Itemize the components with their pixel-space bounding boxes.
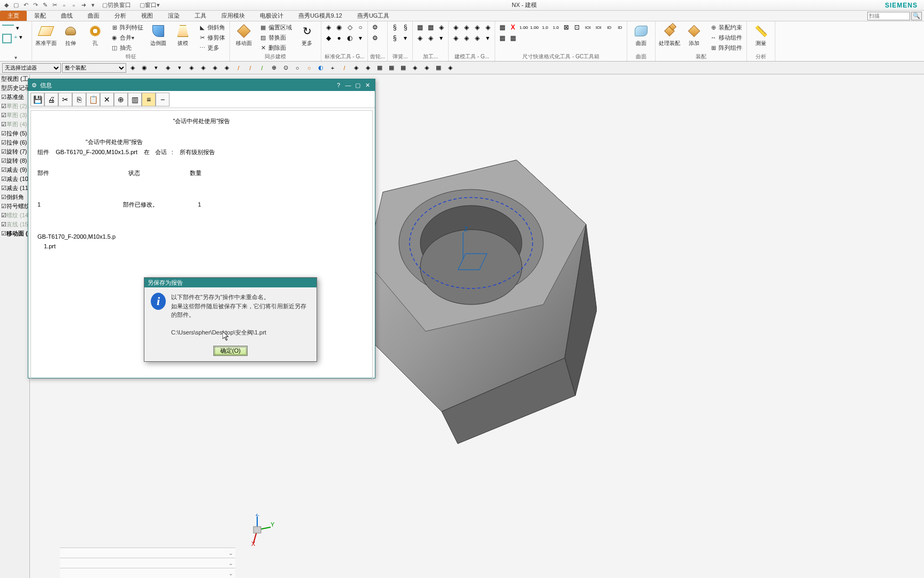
- filter-icon-10[interactable]: /: [233, 63, 244, 73]
- new-icon[interactable]: ▢: [12, 1, 20, 10]
- save-icon[interactable]: ✎: [41, 1, 49, 10]
- dim-icon-10[interactable]: IOI: [594, 22, 603, 32]
- mod-icon-7[interactable]: ◈: [472, 33, 482, 43]
- pattern-feature-button[interactable]: ⊞阵列特征: [108, 22, 145, 32]
- filter-icon-22[interactable]: ▦: [374, 63, 385, 73]
- spring-icon-2[interactable]: §: [401, 22, 410, 32]
- tab-analysis[interactable]: 分析: [107, 11, 134, 21]
- more-icon[interactable]: ▾: [89, 1, 97, 10]
- tab-curve[interactable]: 曲线: [53, 11, 80, 21]
- feature-tree-sidebar[interactable]: 型视图 (工作 型历史记录 ☑ 基准坐 ☑ 草图 (2) ☑ 草图 (3) ☑ …: [0, 74, 30, 578]
- mod-icon-8[interactable]: ▾: [483, 33, 492, 43]
- tree-item[interactable]: ☑ 拉伸 (5): [0, 129, 29, 138]
- scope-dropdown[interactable]: 整个装配: [62, 63, 126, 73]
- tree-item[interactable]: ☑ 螺纹 (14): [0, 211, 29, 220]
- tab-tools[interactable]: 工具: [187, 11, 214, 21]
- filter-icon-5[interactable]: ▾: [174, 63, 185, 73]
- filter-icon[interactable]: ▥: [128, 93, 142, 107]
- tree-item[interactable]: ☑ 减去 (11): [0, 184, 29, 193]
- std-icon-5[interactable]: ◆: [324, 33, 333, 43]
- mfg-icon-6[interactable]: ▾: [436, 33, 446, 43]
- filter-icon-17[interactable]: ◐: [315, 63, 326, 73]
- search-button[interactable]: 🔍: [911, 12, 922, 20]
- tree-item[interactable]: ☑ 草图 (3): [0, 111, 29, 120]
- mod-icon-3[interactable]: ◈: [472, 22, 482, 32]
- tree-item[interactable]: ☑ 倒斜角: [0, 193, 29, 202]
- chamfer-button[interactable]: ◣倒斜角: [196, 22, 227, 32]
- bottom-panel-1[interactable]: ⌄: [60, 547, 235, 558]
- window-button[interactable]: ▢ 窗口 ▾: [136, 1, 164, 10]
- sync-more-button[interactable]: ↻ 更多: [295, 22, 319, 47]
- filter-icon-1[interactable]: ◈: [127, 63, 138, 73]
- wrap-icon[interactable]: ≡: [142, 93, 156, 107]
- cut-icon[interactable]: ✂: [58, 93, 72, 107]
- dim-icon-12[interactable]: ID: [615, 22, 625, 32]
- tree-history[interactable]: 型历史记录: [0, 83, 29, 93]
- tab-surface[interactable]: 曲面: [80, 11, 107, 21]
- maximize-icon[interactable]: ▢: [353, 81, 362, 89]
- tree-item[interactable]: ☑ 减去 (9): [0, 165, 29, 174]
- tab-app[interactable]: 应用模块: [214, 11, 252, 21]
- mod-icon-2[interactable]: ◈: [461, 22, 471, 32]
- copy-icon[interactable]: ⎘: [72, 93, 86, 107]
- spring-icon-3[interactable]: §: [390, 33, 399, 43]
- process-assembly-button[interactable]: 处理装配: [658, 22, 681, 47]
- filter-icon-24[interactable]: ▦: [398, 63, 409, 73]
- delete-face-button[interactable]: ✕删除面: [257, 43, 294, 52]
- std-icon-7[interactable]: ◐: [345, 33, 355, 43]
- edge-blend-button[interactable]: 边倒圆: [147, 22, 170, 47]
- filter-icon-14[interactable]: ⊙: [280, 63, 291, 73]
- redo-icon[interactable]: ↷: [31, 1, 40, 10]
- print-icon[interactable]: 🖨: [44, 93, 58, 107]
- copy-icon[interactable]: ▫: [60, 1, 68, 10]
- filter-icon-9[interactable]: ◈: [221, 63, 232, 73]
- bottom-panel-2[interactable]: ⌄: [60, 558, 235, 568]
- dim-icon-b2[interactable]: ▦: [508, 33, 518, 43]
- measure-button[interactable]: 📏 测量: [749, 22, 773, 47]
- find-icon[interactable]: ⊕: [114, 93, 128, 107]
- paste-icon[interactable]: 📋: [86, 93, 100, 107]
- spring-icon-4[interactable]: ▾: [401, 33, 410, 43]
- filter-icon-2[interactable]: ◉: [139, 63, 150, 73]
- filter-icon-26[interactable]: ◈: [421, 63, 432, 73]
- dim-icon-3[interactable]: 1.00: [519, 22, 528, 32]
- feature-more-button[interactable]: ⋯更多: [196, 43, 227, 52]
- hole-button[interactable]: 孔: [83, 22, 107, 47]
- filter-icon-12[interactable]: /: [257, 63, 267, 73]
- search-input[interactable]: [867, 12, 910, 20]
- tab-home[interactable]: 主页: [0, 11, 27, 21]
- std-icon-4[interactable]: ○: [356, 22, 365, 32]
- std-icon-2[interactable]: ◉: [334, 22, 344, 32]
- help-icon[interactable]: ?: [334, 81, 343, 89]
- offset-region-button[interactable]: ▦偏置区域: [257, 22, 294, 32]
- tree-item[interactable]: ☑ 草图 (2): [0, 102, 29, 111]
- dim-icon-5[interactable]: 1.0: [540, 22, 550, 32]
- std-icon-8[interactable]: ▾: [356, 33, 365, 43]
- save-icon[interactable]: 💾: [30, 93, 44, 107]
- dialog-titlebar[interactable]: 另保存为报告: [144, 278, 317, 287]
- mod-icon-5[interactable]: ◈: [451, 33, 460, 43]
- dim-icon-11[interactable]: ID: [604, 22, 614, 32]
- filter-icon-8[interactable]: ◈: [210, 63, 220, 73]
- tree-item[interactable]: ☑ 直线 (15: [0, 220, 29, 229]
- mfg-icon-2[interactable]: ▦: [426, 22, 435, 32]
- arrow-icon[interactable]: ➜: [79, 1, 88, 10]
- close-icon[interactable]: ✕: [363, 81, 372, 89]
- std-icon-1[interactable]: ◈: [324, 22, 333, 32]
- dim-icon-7[interactable]: ⊠: [561, 22, 571, 32]
- tree-item[interactable]: ☑ 草图 (4): [0, 120, 29, 129]
- surface-button[interactable]: 曲面: [629, 22, 653, 47]
- mfg-icon-5[interactable]: ◈: [426, 33, 435, 43]
- tree-item[interactable]: ☑ 拉伸 (6): [0, 138, 29, 147]
- tab-yanxiu-tools[interactable]: 燕秀UG工具: [350, 11, 397, 21]
- minus-icon[interactable]: −: [156, 93, 170, 107]
- paste-icon[interactable]: ▫: [70, 1, 78, 10]
- shell-button[interactable]: ◫抽壳: [108, 43, 145, 52]
- mod-icon-4[interactable]: ◈: [483, 22, 492, 32]
- tab-render[interactable]: 渲染: [160, 11, 187, 21]
- draft-button[interactable]: 拔模: [171, 22, 195, 47]
- dim-icon-b1[interactable]: ▦: [497, 33, 507, 43]
- filter-icon-16[interactable]: ○: [304, 63, 314, 73]
- filter-icon-27[interactable]: ▦: [433, 63, 444, 73]
- undo-icon[interactable]: ↶: [21, 1, 30, 10]
